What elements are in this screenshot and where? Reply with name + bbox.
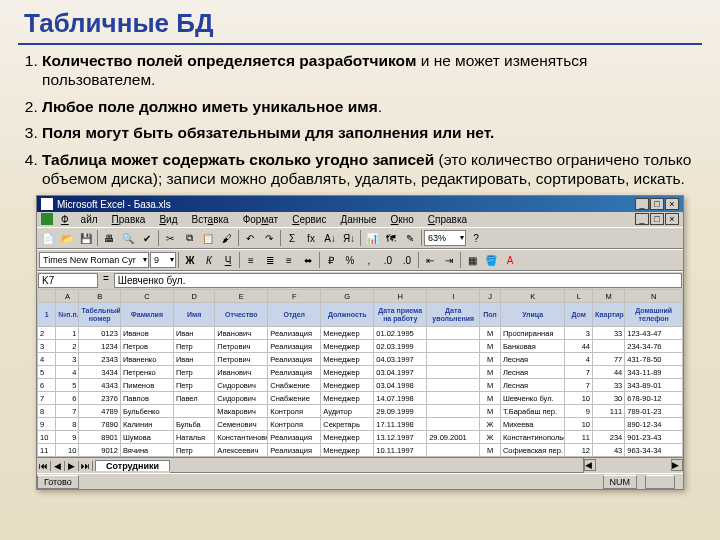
cell[interactable]: 9: [56, 431, 79, 444]
cell[interactable]: Реализация: [268, 327, 321, 340]
cell[interactable]: 01.02.1995: [374, 327, 427, 340]
menu-view[interactable]: Вид: [153, 213, 183, 226]
cell[interactable]: 4343: [79, 379, 120, 392]
cell[interactable]: Петров: [120, 340, 173, 353]
cell[interactable]: 3434: [79, 366, 120, 379]
cell[interactable]: Реализация: [268, 444, 321, 457]
col-A[interactable]: A: [56, 290, 79, 303]
cell[interactable]: 111: [593, 405, 625, 418]
cell[interactable]: 890-12-34: [625, 418, 683, 431]
cell[interactable]: 963-34-34: [625, 444, 683, 457]
cell[interactable]: Вячина: [120, 444, 173, 457]
cell[interactable]: 343-89-01: [625, 379, 683, 392]
cell[interactable]: [173, 405, 214, 418]
cell[interactable]: Менеджер: [321, 353, 374, 366]
cell[interactable]: Петр: [173, 444, 214, 457]
maximize-button[interactable]: □: [650, 198, 664, 210]
row-header[interactable]: 11: [38, 444, 56, 457]
cell[interactable]: [427, 340, 480, 353]
menu-edit[interactable]: Правка: [106, 213, 152, 226]
preview-icon[interactable]: 🔍: [119, 229, 137, 247]
cell[interactable]: Петрович: [215, 353, 268, 366]
cell[interactable]: 2: [56, 340, 79, 353]
align-center-icon[interactable]: ≣: [261, 251, 279, 269]
redo-icon[interactable]: ↷: [260, 229, 278, 247]
cell[interactable]: Сидорович: [215, 392, 268, 405]
cell[interactable]: Шевченко бул.: [500, 392, 565, 405]
cell[interactable]: 123-43-47: [625, 327, 683, 340]
row-header[interactable]: 9: [38, 418, 56, 431]
inc-decimal-icon[interactable]: .0: [379, 251, 397, 269]
col-D[interactable]: D: [173, 290, 214, 303]
tab-next-icon[interactable]: ▶: [65, 461, 79, 471]
cell[interactable]: Макарович: [215, 405, 268, 418]
cell[interactable]: Менеджер: [321, 444, 374, 457]
column-header[interactable]: Отдел: [268, 303, 321, 327]
doc-close-button[interactable]: ×: [665, 213, 679, 225]
cell[interactable]: Лесная: [500, 379, 565, 392]
cell[interactable]: Менеджер: [321, 379, 374, 392]
cell[interactable]: Наталья: [173, 431, 214, 444]
cell[interactable]: 234-34-76: [625, 340, 683, 353]
cell[interactable]: Менеджер: [321, 392, 374, 405]
sheet-tab-active[interactable]: Сотрудники: [95, 460, 170, 471]
cell[interactable]: Павлов: [120, 392, 173, 405]
font-size-combo[interactable]: 9: [150, 252, 176, 268]
cell[interactable]: [427, 353, 480, 366]
currency-icon[interactable]: ₽: [322, 251, 340, 269]
cell[interactable]: Реализация: [268, 366, 321, 379]
cell[interactable]: 7890: [79, 418, 120, 431]
align-left-icon[interactable]: ≡: [242, 251, 260, 269]
row-header[interactable]: 8: [38, 405, 56, 418]
format-painter-icon[interactable]: 🖌: [218, 229, 236, 247]
column-header[interactable]: Квартира: [593, 303, 625, 327]
menu-window[interactable]: Окно: [385, 213, 420, 226]
open-icon[interactable]: 📂: [58, 229, 76, 247]
col-K[interactable]: K: [500, 290, 565, 303]
cell[interactable]: Алексеевич: [215, 444, 268, 457]
cell[interactable]: 431-78-50: [625, 353, 683, 366]
column-header[interactable]: Дом: [565, 303, 593, 327]
cell[interactable]: 12: [565, 444, 593, 457]
column-header[interactable]: Отчество: [215, 303, 268, 327]
font-color-icon[interactable]: A: [501, 251, 519, 269]
help-icon[interactable]: ?: [467, 229, 485, 247]
cell[interactable]: [427, 366, 480, 379]
cell[interactable]: Бульбенко: [120, 405, 173, 418]
select-all-corner[interactable]: [38, 290, 56, 303]
cell[interactable]: 29.09.2001: [427, 431, 480, 444]
fill-color-icon[interactable]: 🪣: [482, 251, 500, 269]
cell[interactable]: Секретарь: [321, 418, 374, 431]
cell[interactable]: 30: [593, 392, 625, 405]
worksheet-grid[interactable]: A B C D E F G H I J K L M N 1№п.п.Табель…: [37, 289, 683, 457]
borders-icon[interactable]: ▦: [463, 251, 481, 269]
font-name-combo[interactable]: Times New Roman Cyr: [39, 252, 149, 268]
cell[interactable]: М: [480, 444, 501, 457]
cell[interactable]: 3: [56, 353, 79, 366]
column-header[interactable]: Фамилия: [120, 303, 173, 327]
col-G[interactable]: G: [321, 290, 374, 303]
hscroll-right-icon[interactable]: ▶: [671, 459, 683, 471]
cell[interactable]: 33: [593, 327, 625, 340]
row-header[interactable]: 1: [38, 303, 56, 327]
cell[interactable]: М: [480, 379, 501, 392]
cell[interactable]: Петр: [173, 340, 214, 353]
tab-last-icon[interactable]: ⏭: [79, 461, 93, 471]
new-icon[interactable]: 📄: [39, 229, 57, 247]
cell[interactable]: Реализация: [268, 431, 321, 444]
column-header[interactable]: Улица: [500, 303, 565, 327]
cell[interactable]: 10.11.1997: [374, 444, 427, 457]
cell[interactable]: 5: [56, 379, 79, 392]
cell[interactable]: М: [480, 392, 501, 405]
cell[interactable]: 6: [56, 392, 79, 405]
cell[interactable]: Лесная: [500, 366, 565, 379]
percent-icon[interactable]: %: [341, 251, 359, 269]
cell[interactable]: 13.12.1997: [374, 431, 427, 444]
cell[interactable]: Проспиранная: [500, 327, 565, 340]
row-header[interactable]: 3: [38, 340, 56, 353]
cell[interactable]: [427, 327, 480, 340]
cell[interactable]: Константиновна: [215, 431, 268, 444]
cell[interactable]: 901-23-43: [625, 431, 683, 444]
cell[interactable]: Иван: [173, 327, 214, 340]
cell[interactable]: Менеджер: [321, 366, 374, 379]
